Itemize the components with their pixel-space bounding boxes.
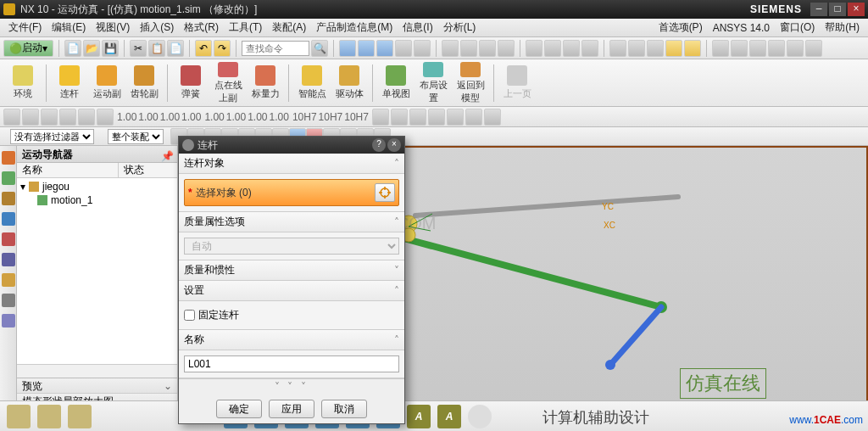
tool-icon[interactable] — [526, 40, 542, 57]
copy-icon[interactable]: 📋 — [148, 40, 165, 57]
select-object-row[interactable]: * 选择对象 (0) — [184, 179, 399, 206]
menu-edit[interactable]: 编辑(E) — [47, 20, 91, 35]
cut-icon[interactable]: ✂ — [130, 40, 147, 57]
filter-select[interactable]: 没有选择过滤器 — [10, 129, 94, 144]
fixed-link-input[interactable] — [184, 310, 195, 321]
rail-icon[interactable] — [2, 171, 15, 185]
ribbon-layout[interactable]: 布局设置 — [415, 62, 451, 104]
nav-preview-section[interactable]: 预览 — [17, 378, 177, 394]
search-icon[interactable]: 🔍 — [311, 40, 328, 57]
ribbon-scalar[interactable]: 标量力 — [248, 62, 283, 104]
rail-icon[interactable] — [2, 314, 15, 327]
tool-icon[interactable] — [409, 109, 426, 126]
tool-icon[interactable] — [78, 109, 95, 126]
save-icon[interactable]: 💾 — [102, 40, 119, 57]
section-mass-prop[interactable]: 质量属性选项˄ — [179, 212, 404, 232]
bottom-tool-icon[interactable] — [7, 405, 31, 428]
navigator-tree[interactable]: ▾ jiegou motion_1 — [17, 178, 177, 364]
tool-icon[interactable] — [628, 40, 645, 57]
select-target-button[interactable] — [375, 183, 395, 202]
ribbon-back[interactable]: 返回到模型 — [453, 62, 488, 104]
tool-icon[interactable] — [712, 40, 729, 57]
tool-icon[interactable] — [465, 109, 482, 126]
ribbon-view1[interactable]: 单视图 — [378, 62, 414, 104]
ribbon-env[interactable]: 环境 — [5, 62, 41, 104]
rail-icon[interactable] — [2, 212, 15, 226]
dialog-titlebar[interactable]: 连杆 ? × — [179, 137, 404, 154]
col-state[interactable]: 状态 — [119, 163, 144, 177]
section-name[interactable]: 名称˄ — [179, 330, 404, 350]
tool-icon[interactable] — [460, 40, 477, 57]
tool-icon[interactable] — [442, 40, 459, 57]
tool-icon[interactable] — [372, 109, 389, 126]
menu-help[interactable]: 帮助(H) — [820, 20, 865, 35]
tool-icon[interactable] — [498, 40, 515, 57]
tree-root[interactable]: ▾ jiegou — [20, 180, 174, 193]
rail-icon[interactable] — [2, 273, 15, 287]
tool-icon[interactable] — [787, 40, 804, 57]
menu-info[interactable]: 信息(I) — [398, 20, 437, 35]
ribbon-smart[interactable]: 智能点 — [294, 62, 330, 104]
annotation-a-icon[interactable]: A — [407, 405, 431, 428]
tool-icon[interactable] — [768, 40, 785, 57]
dialog-close-icon[interactable]: × — [387, 138, 401, 152]
ribbon-prev[interactable]: 上一页 — [499, 62, 535, 104]
scope-select[interactable]: 整个装配 — [108, 129, 164, 144]
tool-icon[interactable] — [805, 40, 822, 57]
dialog-expand-handle[interactable]: ˅ ˅ ˅ — [179, 378, 404, 395]
chevron-down-icon[interactable]: ˅ — [394, 265, 399, 277]
rail-icon[interactable] — [2, 232, 15, 246]
ribbon-driver[interactable]: 驱动体 — [331, 62, 367, 104]
undo-icon[interactable]: ↶ — [195, 40, 212, 57]
chevron-up-icon[interactable]: ˄ — [394, 216, 399, 228]
tool-icon[interactable] — [3, 109, 20, 126]
tool-icon[interactable] — [684, 40, 701, 57]
ribbon-link[interactable]: 连杆 — [52, 62, 87, 104]
tool-icon[interactable] — [391, 109, 408, 126]
ok-button[interactable]: 确定 — [216, 400, 262, 418]
tool-icon[interactable] — [647, 40, 664, 57]
tool-icon[interactable] — [414, 40, 431, 57]
collapse-icon[interactable]: ▾ — [20, 181, 25, 193]
rail-icon[interactable] — [2, 192, 15, 205]
menu-window[interactable]: 窗口(O) — [775, 20, 820, 35]
annotation-a-icon[interactable]: A — [437, 405, 461, 428]
open-icon[interactable]: 📂 — [83, 40, 100, 57]
paste-icon[interactable]: 📄 — [167, 40, 184, 57]
menu-pref[interactable]: 首选项(P) — [654, 20, 708, 35]
command-search-input[interactable] — [242, 41, 309, 56]
menu-insert[interactable]: 插入(S) — [135, 20, 179, 35]
fixed-link-checkbox[interactable]: 固定连杆 — [184, 306, 399, 324]
new-icon[interactable]: 📄 — [64, 40, 81, 57]
col-name[interactable]: 名称 — [17, 163, 119, 177]
tool-icon[interactable] — [395, 40, 412, 57]
nav-scrollbar[interactable] — [17, 364, 177, 378]
chevron-up-icon[interactable]: ˄ — [394, 158, 399, 170]
tool-icon[interactable] — [749, 40, 766, 57]
bottom-tool-icon[interactable] — [37, 405, 61, 428]
menu-tools[interactable]: 工具(T) — [224, 20, 267, 35]
rail-icon[interactable] — [2, 253, 15, 266]
ribbon-poc[interactable]: 点在线上副 — [210, 62, 246, 104]
tool-icon[interactable] — [339, 40, 356, 57]
ribbon-joint[interactable]: 运动副 — [89, 62, 125, 104]
tool-icon[interactable] — [479, 40, 496, 57]
section-inertia[interactable]: 质量和惯性˅ — [179, 260, 404, 281]
tool-icon[interactable] — [731, 40, 748, 57]
link-name-input[interactable] — [184, 355, 399, 372]
tool-icon[interactable] — [665, 40, 682, 57]
menu-view[interactable]: 视图(V) — [91, 20, 135, 35]
close-button[interactable]: × — [848, 3, 865, 16]
redo-icon[interactable]: ↷ — [214, 40, 231, 57]
ribbon-spring[interactable]: 弹簧 — [173, 62, 209, 104]
menu-pmi[interactable]: 产品制造信息(M) — [311, 20, 398, 35]
chevron-up-icon[interactable]: ˄ — [394, 334, 399, 346]
tool-icon[interactable] — [358, 40, 375, 57]
rail-nav-icon[interactable] — [2, 151, 15, 165]
section-settings[interactable]: 设置˄ — [179, 281, 404, 301]
maximize-button[interactable]: □ — [829, 3, 846, 16]
menu-format[interactable]: 格式(R) — [179, 20, 224, 35]
tool-icon[interactable] — [609, 40, 626, 57]
tool-icon[interactable] — [484, 109, 501, 126]
tool-icon[interactable] — [59, 109, 76, 126]
